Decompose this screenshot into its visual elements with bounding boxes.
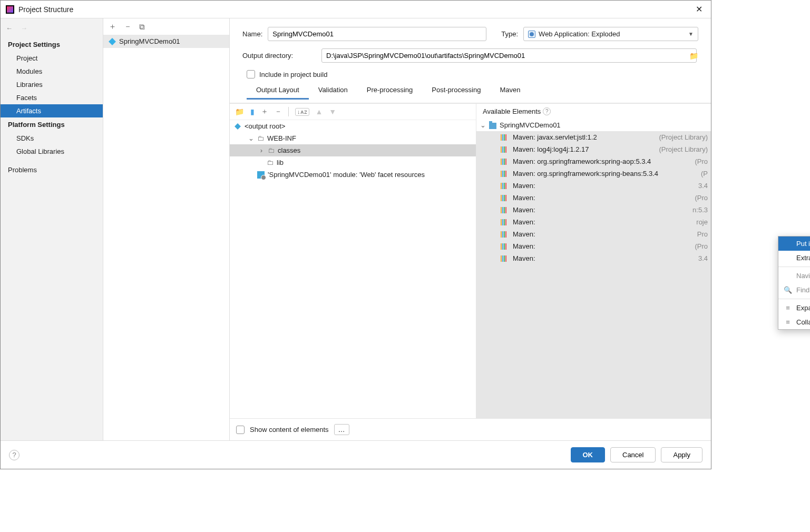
sort-icon[interactable]: ↓ᴀᴢ xyxy=(295,108,309,116)
type-select[interactable]: Web Application: Exploded ▼ xyxy=(523,27,698,41)
tree-label: lib xyxy=(277,159,284,166)
sidebar-item-facets[interactable]: Facets xyxy=(1,91,103,104)
ctx-expand-all[interactable]: ≡Expand All Ctrl+NumPad + xyxy=(778,301,810,315)
back-icon[interactable]: ← xyxy=(6,24,14,32)
library-label: Maven: xyxy=(513,242,535,250)
sidebar-item-global-libraries[interactable]: Global Libraries xyxy=(1,145,103,158)
tab-maven[interactable]: Maven xyxy=(490,82,530,100)
type-label: Type: xyxy=(501,30,518,38)
tree-row-library[interactable]: Maven: org.springframework:spring-aop:5.… xyxy=(476,155,711,168)
tree-row-library[interactable]: Maven:3.4 xyxy=(476,180,711,192)
tree-row-library[interactable]: Maven:(Pro xyxy=(476,240,711,252)
tree-row-output-root[interactable]: <output root> xyxy=(230,120,476,132)
artifact-list-item[interactable]: SpringMVCDemo01 xyxy=(103,35,229,48)
include-in-build-checkbox[interactable] xyxy=(247,70,255,78)
sidebar-section-project-settings: Project Settings xyxy=(1,37,103,52)
available-elements-label: Available Elements xyxy=(483,107,541,115)
tab-validation[interactable]: Validation xyxy=(309,82,357,100)
sidebar-item-sdks[interactable]: SDKs xyxy=(1,132,103,145)
output-tree: <output root> ⌄ 🗀 WEB-INF › 🗀 cl xyxy=(230,120,476,418)
tree-row-library[interactable]: Maven: javax.servlet:jstl:1.2(Project Li… xyxy=(476,131,711,143)
tab-pre-processing[interactable]: Pre-processing xyxy=(357,82,422,100)
context-menu: Put into /WEB-INF/lib Extract Into /WEB-… xyxy=(778,236,810,330)
chevron-down-icon[interactable]: ⌄ xyxy=(480,121,486,129)
library-icon xyxy=(501,219,506,225)
web-exploded-icon xyxy=(528,31,535,38)
library-suffix: (Pro xyxy=(695,242,708,250)
library-label: Maven: xyxy=(513,206,535,214)
move-down-icon[interactable]: ▼ xyxy=(329,107,336,116)
library-icon xyxy=(501,183,506,189)
add-copy-icon[interactable]: ＋ xyxy=(261,107,268,116)
library-label: Maven: xyxy=(513,254,535,262)
sidebar-item-problems[interactable]: Problems xyxy=(1,163,103,176)
tree-row-library[interactable]: Maven:roje xyxy=(476,216,711,228)
ctx-put-into-lib[interactable]: Put into /WEB-INF/lib xyxy=(778,237,810,251)
tree-row-library[interactable]: Maven:n:5.3 xyxy=(476,204,711,216)
ctx-find-usages[interactable]: 🔍Find Usages Alt+F7 xyxy=(778,283,810,297)
tree-row-library[interactable]: Maven:(Pro xyxy=(476,192,711,204)
tree-row-library[interactable]: Maven:Pro xyxy=(476,228,711,240)
tab-post-processing[interactable]: Post-processing xyxy=(422,82,490,100)
app-icon xyxy=(6,5,14,14)
tree-row-library[interactable]: Maven: org.springframework:spring-beans:… xyxy=(476,168,711,180)
add-icon[interactable]: ＋ xyxy=(109,22,116,32)
chevron-right-icon[interactable]: › xyxy=(258,146,265,154)
cancel-button[interactable]: Cancel xyxy=(610,447,656,462)
tree-row-project[interactable]: ⌄ SpringMVCDemo01 xyxy=(476,119,711,131)
output-dir-input[interactable] xyxy=(321,48,697,63)
new-folder-icon[interactable]: 📁 xyxy=(235,107,244,116)
sidebar-section-platform-settings: Platform Settings xyxy=(1,117,103,132)
tree-row-lib[interactable]: 🗀 lib xyxy=(230,156,476,169)
sidebar-item-project[interactable]: Project xyxy=(1,52,103,65)
sidebar-item-modules[interactable]: Modules xyxy=(1,65,103,78)
available-elements-pane: Available Elements ? ⌄ SpringMVCDemo01 M… xyxy=(476,104,711,418)
tree-row-webinf[interactable]: ⌄ 🗀 WEB-INF xyxy=(230,132,476,144)
remove-item-icon[interactable]: － xyxy=(275,107,282,116)
help-icon[interactable]: ? xyxy=(543,107,551,115)
name-input[interactable] xyxy=(268,27,486,41)
forward-icon[interactable]: → xyxy=(21,24,29,32)
ctx-collapse-all[interactable]: ≡Collapse All Ctrl+NumPad - xyxy=(778,315,810,329)
ok-button[interactable]: OK xyxy=(571,447,606,462)
library-suffix: (Pro xyxy=(695,194,708,202)
sidebar-item-libraries[interactable]: Libraries xyxy=(1,78,103,91)
copy-icon[interactable]: ⧉ xyxy=(139,22,145,32)
show-content-checkbox[interactable] xyxy=(236,426,245,434)
remove-icon[interactable]: － xyxy=(124,22,132,32)
new-archive-icon[interactable]: ▮ xyxy=(250,107,255,116)
ctx-extract-into-classes[interactable]: Extract Into /WEB-INF/classes xyxy=(778,251,810,265)
library-label: Maven: xyxy=(513,182,535,190)
output-layout-pane: 📁 ▮ ＋ － ↓ᴀᴢ ▲ ▼ <output root> xyxy=(230,104,476,418)
artifact-icon xyxy=(109,38,116,45)
close-icon[interactable]: ✕ xyxy=(692,3,706,15)
library-icon xyxy=(501,134,506,141)
tree-row-classes[interactable]: › 🗀 classes xyxy=(230,144,476,156)
type-value: Web Application: Exploded xyxy=(539,30,620,38)
library-icon xyxy=(501,146,506,153)
show-content-ellipsis-button[interactable]: … xyxy=(334,424,349,435)
ctx-navigate[interactable]: Navigate F4 xyxy=(778,269,810,283)
library-label: Maven: xyxy=(513,218,535,226)
apply-button[interactable]: Apply xyxy=(661,447,702,462)
tab-output-layout[interactable]: Output Layout xyxy=(247,82,309,100)
library-icon xyxy=(501,171,506,177)
library-icon xyxy=(501,207,506,213)
library-suffix: (P xyxy=(701,170,708,178)
module-icon xyxy=(489,123,496,129)
library-label: Maven: org.springframework:spring-beans:… xyxy=(513,170,658,178)
output-root-icon xyxy=(235,123,241,130)
chevron-down-icon[interactable]: ⌄ xyxy=(248,134,254,142)
tree-row-facet-resources[interactable]: 'SpringMVCDemo01' module: 'Web' facet re… xyxy=(230,169,476,181)
folder-icon: 🗀 xyxy=(267,159,274,166)
library-icon xyxy=(501,255,506,262)
dialog-title: Project Structure xyxy=(18,5,73,14)
expand-all-icon: ≡ xyxy=(784,304,792,312)
tree-row-library[interactable]: Maven:3.4 xyxy=(476,252,711,264)
available-elements-tree: ⌄ SpringMVCDemo01 Maven: javax.servlet:j… xyxy=(476,119,711,418)
tree-row-library[interactable]: Maven: log4j:log4j:1.2.17(Project Librar… xyxy=(476,143,711,155)
help-icon[interactable]: ? xyxy=(9,450,19,460)
tree-label: classes xyxy=(278,146,300,154)
sidebar-item-artifacts[interactable]: Artifacts xyxy=(1,104,103,117)
move-up-icon[interactable]: ▲ xyxy=(316,107,323,116)
